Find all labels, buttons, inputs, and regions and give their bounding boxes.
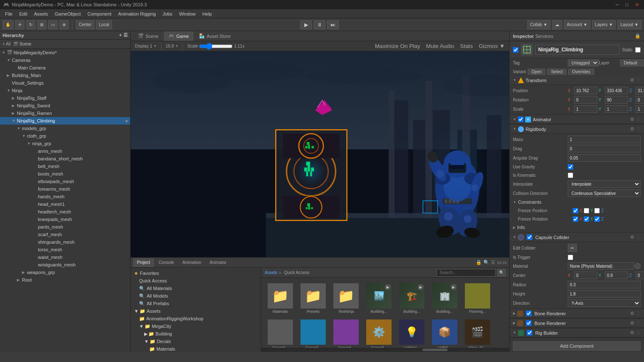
scale-y-field[interactable] [605,105,628,113]
hier-item-shinguards[interactable]: ▶ shinguards_mesh [0,238,130,246]
asset-tree[interactable]: ★ Favorites Quick Access 🔍 All Materials… [131,268,261,352]
hier-item-torso[interactable]: ▶ torso_mesh [0,246,130,253]
quick-access-item[interactable]: Quick Access [132,277,259,285]
hier-arrow-models[interactable]: ▼ [17,126,22,130]
collab-button[interactable]: Collab ▼ [527,20,550,29]
asset-item-flooring[interactable]: Flooring... [462,281,493,316]
pos-x-field[interactable] [574,87,597,94]
all-materials-item[interactable]: 🔍 All Materials [132,285,259,292]
scale-z-field[interactable] [636,105,644,113]
material-circle[interactable] [635,263,641,269]
select-button[interactable]: Select [547,69,566,75]
assets-header[interactable]: ▼ 📁 Assets [132,307,259,315]
freeze-pos-z[interactable] [594,208,600,213]
freeze-pos-y[interactable] [584,208,589,213]
search-icon[interactable]: 🔍 [483,260,489,265]
hier-item-cameras[interactable]: ▼ Cameras [0,56,130,64]
scale-tool[interactable]: ⊞ [37,20,46,29]
animator-more[interactable]: ⋮ [636,117,641,122]
megacity-arrow[interactable]: ▼ [139,324,144,329]
hier-item-head[interactable]: ▶ head_mesh1 [0,200,130,208]
asset-item-materials[interactable]: 📁 Materials [265,281,296,316]
radius-field[interactable] [568,281,641,288]
building-arrow[interactable]: ▶ [144,331,148,337]
hier-item-wristguards[interactable]: ▶ wristguards_mesh [0,261,130,269]
freeze-pos-x[interactable] [573,208,578,213]
mute-button[interactable]: Mute Audio [424,42,456,50]
rig-builder-settings[interactable]: ⚙ [630,330,634,335]
hier-item-ninja[interactable]: ▼ Ninja [0,87,130,94]
quick-access-crumb[interactable]: Quick Access [284,270,309,275]
collision-dropdown[interactable]: Continuous Speculative [568,189,641,197]
menu-item-jobs[interactable]: Jobs [159,11,176,17]
is-trigger-checkbox[interactable] [568,255,573,260]
hier-item-boots[interactable]: ▶ boots_mesh [0,170,130,178]
hier-arrow-sword[interactable]: ▶ [12,104,17,108]
br1-enable[interactable] [526,311,531,316]
asset-item-building3[interactable]: ▶ 🏢 Building... [429,281,460,316]
rig-builder-header[interactable]: ▼ Rig Builder ⚙ ⋮ [510,328,644,338]
menu-item-gameobject[interactable]: GameObject [51,11,84,17]
is-kinematic-checkbox[interactable] [568,173,573,178]
maximize-button[interactable]: Maximize On Play [373,42,421,50]
decals-arrow[interactable]: ▼ [144,339,149,344]
tab-scene[interactable]: 🎬 Scene [133,32,163,41]
hier-item-building-main[interactable]: ▶ Building_Main [0,72,130,79]
minimize-button[interactable]: ─ [614,2,621,8]
layer-dropdown[interactable]: Default [620,59,644,67]
hier-item-waist[interactable]: ▶ waist_mesh [0,253,130,261]
animator-header[interactable]: ▼ A Animator ⚙ ⋮ [510,115,644,124]
br1-more[interactable]: ⋮ [636,311,641,316]
stats-button[interactable]: Stats [459,42,475,50]
hier-item-elbowpads[interactable]: ▶ elbowpads_mesh [0,178,130,185]
hier-item-cloth[interactable]: ▼ cloth_grp [0,132,130,140]
active-checkbox[interactable] [513,47,518,53]
favorites-header[interactable]: ★ Favorites [132,269,259,277]
services-tab-label[interactable]: Services [536,34,553,39]
hier-item-belt[interactable]: ▶ belt_mesh [0,162,130,170]
hier-item-weapons[interactable]: ▶ weapons_grp [0,269,130,276]
hier-item-main-camera[interactable]: ▶ Main Camera [0,64,130,72]
all-prefabs-item[interactable]: 🔍 All Prefabs [132,300,259,307]
hier-item-ramen[interactable]: ▶ NinjaRig_Ramen [0,109,130,117]
step-button[interactable]: ⏭ [327,20,339,29]
hier-item-arms[interactable]: ▶ arms_mesh [0,147,130,155]
drag-field[interactable] [568,145,641,152]
hierarchy-add-button[interactable]: + [119,32,122,38]
asset-item-ground3[interactable]: Ground... [330,317,362,348]
rigidbody-settings[interactable]: ⚙ [630,126,634,132]
pos-z-field[interactable] [636,87,644,94]
hier-arrow-cloth[interactable]: ▼ [22,134,27,138]
ang-drag-field[interactable] [568,154,641,162]
menu-item-component[interactable]: Component [84,11,115,17]
bone-renderer-1-header[interactable]: ▶ Bone Renderer ⚙ ⋮ [510,309,644,318]
tab-project[interactable]: Project [133,258,154,267]
gizmos-button[interactable]: Gizmos ▼ [477,42,507,50]
constraints-header[interactable]: ▼ Constraints [510,198,644,206]
hier-item-climbing[interactable]: ▼ NinjaRig_Climbing ▶ [0,117,130,125]
hier-item-visual[interactable]: ▶ Visual_Settings [0,79,130,87]
hierarchy-menu-button[interactable]: ☰ [123,32,128,38]
tag-dropdown[interactable]: Untagged [568,59,599,67]
megacity-item[interactable]: ▼ 📁 MegaCity [132,322,259,330]
hand-tool[interactable]: ✋ [3,20,13,29]
move-tool[interactable]: ✛ [15,20,24,29]
hierarchy-scene-tab[interactable]: 🎬 Scene [13,42,31,46]
hier-item-kneepads[interactable]: ▶ kneepads_mesh [0,216,130,223]
freeze-rot-x[interactable] [573,216,578,222]
transform-settings-icon[interactable]: ⚙ [630,77,634,83]
inspector-lock-icon[interactable]: 🔒 [635,33,641,39]
center-x-field[interactable] [574,272,597,279]
center-z-field[interactable] [636,272,644,279]
scale-slider[interactable] [199,43,233,50]
hier-arrow-staff[interactable]: ▶ [12,96,17,100]
horizontal-scrollbar[interactable] [261,348,509,352]
hier-item-sword[interactable]: ▶ NinjaRig_Sword [0,102,130,109]
hier-item-headtech[interactable]: ▶ headtech_mesh [0,208,130,216]
capsule-settings[interactable]: ⚙ [630,234,634,240]
aspect-selector[interactable]: 16:9 ▼ [164,43,180,49]
close-button[interactable]: ✕ [633,2,641,8]
menu-item-edit[interactable]: Edit [16,11,31,17]
inspector-tab-label[interactable]: Inspector [513,34,534,39]
animator-settings[interactable]: ⚙ [630,117,634,122]
